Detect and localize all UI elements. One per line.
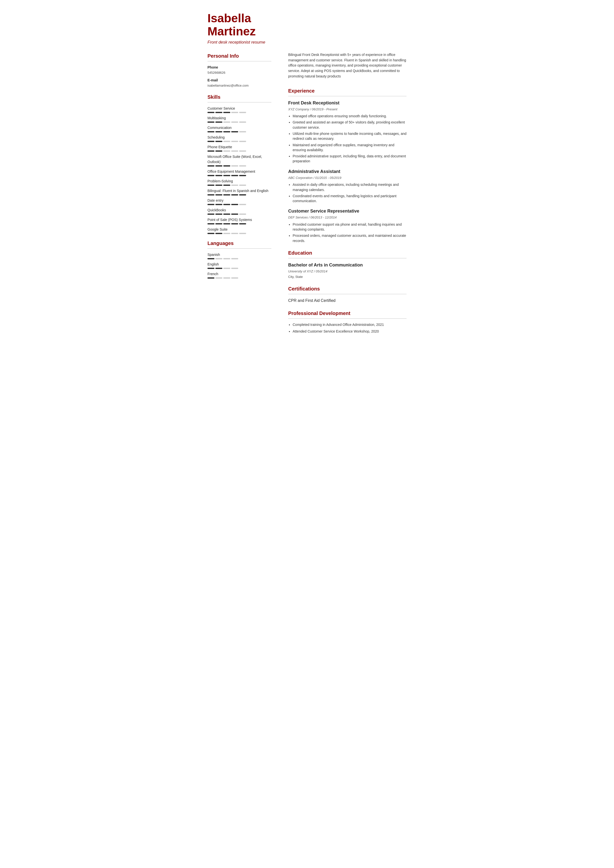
language-bar — [207, 268, 215, 269]
skill-name: Google Suite — [207, 227, 271, 232]
left-column: Personal Info Phone 5452668626 E-mail is… — [207, 52, 279, 336]
skill-bar — [215, 141, 222, 142]
exp-job-bullets: Assisted in daily office operations, inc… — [288, 182, 407, 203]
skill-item: QuickBooks — [207, 208, 271, 215]
skill-bar — [215, 223, 222, 225]
skill-bar — [223, 150, 230, 152]
skill-bars — [207, 184, 271, 186]
skill-bar — [215, 204, 222, 205]
skill-bar — [215, 233, 222, 234]
resume-page: Isabella Martinez Front desk receptionis… — [196, 0, 418, 347]
skill-bar — [223, 165, 230, 166]
phone-value: 5452668626 — [207, 70, 271, 75]
skill-name: Multitasking — [207, 116, 271, 121]
candidate-name: Isabella Martinez — [207, 12, 407, 38]
skill-bars — [207, 204, 271, 205]
skill-bars — [207, 150, 271, 152]
job-title-subtitle: Front desk receptionist resume — [207, 39, 407, 45]
skill-bars — [207, 121, 271, 123]
personal-info-title: Personal Info — [207, 52, 271, 60]
language-bar — [223, 268, 230, 269]
experience-list: Front Desk ReceptionistXYZ Company / 06/… — [288, 100, 407, 243]
name-line1: Isabella — [207, 12, 251, 25]
professional-development-title: Professional Development — [288, 310, 407, 317]
edu-school: University of XYZ — [288, 270, 313, 273]
skill-bar — [239, 165, 246, 166]
language-bar — [223, 277, 230, 279]
edu-date: 05/2014 — [316, 270, 327, 273]
skill-item: Microsoft Office Suite (Word, Excel, Out… — [207, 154, 271, 166]
edu-location: City, State — [288, 274, 407, 279]
pd-item: Attended Customer Service Excellence Wor… — [293, 329, 407, 334]
skill-bars — [207, 214, 271, 215]
language-name: French — [207, 271, 271, 277]
skill-item: Customer Service — [207, 106, 271, 113]
skill-bar — [207, 175, 215, 176]
skill-item: Phone Etiquette — [207, 144, 271, 152]
exp-job-title: Front Desk Receptionist — [288, 100, 407, 106]
language-name: English — [207, 262, 271, 267]
skill-bar — [239, 204, 246, 205]
skill-bar — [231, 223, 238, 225]
language-bar — [223, 258, 230, 259]
skill-bar — [223, 112, 230, 113]
skill-bar — [239, 175, 246, 176]
skill-bar — [215, 131, 222, 132]
exp-bullet: Processed orders, managed customer accou… — [293, 233, 407, 243]
skill-bar — [207, 112, 215, 113]
exp-job-meta: DEF Services / 06/2013 - 12/2014 — [288, 215, 407, 220]
language-bars — [207, 277, 271, 279]
header: Isabella Martinez Front desk receptionis… — [207, 12, 407, 45]
exp-bullet: Coordinated events and meetings, handlin… — [293, 194, 407, 204]
certification-item: CPR and First Aid Certified — [288, 298, 407, 304]
skill-name: Point of Sale (POS) Systems — [207, 217, 271, 222]
skill-bar — [215, 121, 222, 123]
skill-bars — [207, 112, 271, 113]
edu-meta: University of XYZ / 05/2014 — [288, 269, 407, 274]
email-label: E-mail — [207, 78, 271, 83]
skill-bar — [223, 131, 230, 132]
skill-name: Bilingual: Fluent in Spanish and English — [207, 188, 271, 194]
certifications-title: Certifications — [288, 285, 407, 293]
skill-name: QuickBooks — [207, 208, 271, 213]
skill-item: Multitasking — [207, 116, 271, 123]
language-bar — [215, 258, 222, 259]
certifications-list: CPR and First Aid Certified — [288, 298, 407, 304]
language-bars — [207, 258, 271, 259]
skill-bar — [207, 121, 215, 123]
skill-bar — [231, 141, 238, 142]
skill-bar — [231, 204, 238, 205]
skill-bar — [207, 131, 215, 132]
exp-job-title: Administrative Assistant — [288, 168, 407, 175]
skill-item: Date entry — [207, 198, 271, 205]
skill-name: Communication — [207, 125, 271, 130]
skill-bar — [231, 214, 238, 215]
email-value: isabellamartinez@office.com — [207, 83, 271, 88]
language-item: Spanish — [207, 252, 271, 259]
skill-bars — [207, 165, 271, 166]
skill-name: Problem-Solving — [207, 179, 271, 184]
skill-bar — [231, 184, 238, 186]
skill-bar — [207, 214, 215, 215]
skill-bar — [231, 112, 238, 113]
skill-item: Bilingual: Fluent in Spanish and English — [207, 188, 271, 195]
skill-bars — [207, 141, 271, 142]
experience-divider — [288, 96, 407, 96]
skill-bar — [223, 175, 230, 176]
skill-bars — [207, 194, 271, 195]
exp-job-bullets: Provided customer support via phone and … — [288, 222, 407, 243]
skill-bar — [231, 131, 238, 132]
skill-name: Customer Service — [207, 106, 271, 111]
skill-bar — [215, 175, 222, 176]
skill-bar — [215, 150, 222, 152]
exp-job-meta: ABC Corporation / 01/2015 - 05/2019 — [288, 175, 407, 180]
skill-bar — [207, 233, 215, 234]
skills-title: Skills — [207, 93, 271, 101]
languages-divider — [207, 248, 271, 249]
education-entry: Bachelor of Arts in Communication Univer… — [288, 262, 407, 279]
exp-bullet: Managed office operations ensuring smoot… — [293, 113, 407, 119]
skill-bar — [239, 141, 246, 142]
skill-name: Office Equipment Management — [207, 169, 271, 174]
skill-bar — [231, 150, 238, 152]
skill-bar — [207, 223, 215, 225]
